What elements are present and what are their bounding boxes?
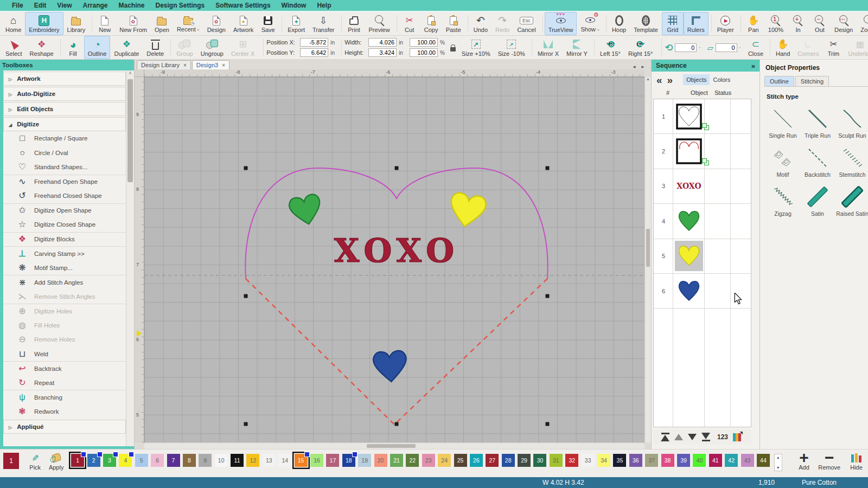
color-swatch-20[interactable]: 21	[390, 454, 403, 467]
pan-button[interactable]: ✋ Pan	[743, 12, 764, 35]
sequence-row-1[interactable]: 1	[654, 99, 751, 134]
color-swatch-41[interactable]: 42	[725, 454, 738, 467]
resequence-numbers-button[interactable]: 123	[717, 433, 728, 441]
stitch-satin-tile[interactable]: Satin	[800, 182, 835, 219]
in-button[interactable]: + In	[787, 12, 809, 35]
color-swatch-5[interactable]: 6	[151, 454, 164, 467]
skew-input[interactable]	[716, 43, 737, 52]
tool-freehand-closed-shape[interactable]: ↺ Freehand Closed Shape	[3, 189, 126, 203]
export-button[interactable]: Export	[284, 12, 309, 35]
xoxo-lettering[interactable]: XOXO	[334, 232, 459, 269]
save-button[interactable]: Save	[257, 12, 279, 35]
ungroup-button[interactable]: Ungroup	[197, 36, 227, 59]
color-swatch-16[interactable]: 17	[326, 454, 339, 467]
object-thumbnail[interactable]	[675, 206, 703, 236]
cut-button[interactable]: ✂ Cut	[399, 12, 420, 35]
width-input[interactable]	[368, 38, 397, 47]
tool-circle-oval[interactable]: ○ Circle / Oval	[3, 146, 126, 160]
tab-design3[interactable]: Design3×	[192, 60, 229, 69]
color-swatch-33[interactable]: 34	[597, 454, 610, 467]
section-applique[interactable]: Appliqué	[3, 420, 126, 434]
color-swatch-35[interactable]: 36	[629, 454, 642, 467]
color-swatch-9[interactable]: 10	[215, 454, 228, 467]
show-button[interactable]: ⚙ Show	[577, 12, 603, 35]
print-button[interactable]: Print	[343, 12, 365, 35]
tool-digitize-open-shape[interactable]: ✩ Digitize Open Shape	[3, 203, 126, 218]
color-swatch-26[interactable]: 27	[486, 454, 499, 467]
fill-button[interactable]: ◕ Fill	[62, 36, 84, 59]
preview-button[interactable]: Preview	[365, 12, 394, 35]
previous-color-icon[interactable]: «	[655, 75, 664, 85]
tool-backtrack[interactable]: ↩ Backtrack	[3, 361, 126, 376]
mirror-x-button[interactable]: Mirror X	[534, 36, 563, 59]
menu-view[interactable]: View	[52, 1, 77, 10]
stitch-motif-tile[interactable]: Motif	[765, 143, 800, 180]
scale-y-input[interactable]	[410, 48, 438, 57]
sequence-row-xoxo[interactable]: 3 XOXO	[654, 169, 751, 204]
next-color-icon[interactable]: »	[666, 75, 675, 85]
open-button[interactable]: Open	[151, 12, 173, 35]
menu-edit[interactable]: Edit	[29, 1, 52, 10]
sequence-row-5[interactable]: 5	[654, 239, 751, 274]
size-10-button[interactable]: ↗ Size -10%	[494, 36, 529, 59]
object-thumbnail[interactable]: XOXO	[675, 171, 703, 201]
color-swatch-30[interactable]: 31	[550, 454, 563, 467]
tab-stitching[interactable]: Stitching	[795, 76, 829, 86]
close-button[interactable]: ⊂ Close	[744, 36, 767, 59]
color-swatch-25[interactable]: 26	[470, 454, 483, 467]
color-swatch-31[interactable]: 32	[565, 454, 578, 467]
color-swatch-43[interactable]: 44	[757, 454, 770, 467]
position-x-input[interactable]	[300, 38, 328, 47]
color-swatch-18[interactable]: 19	[358, 454, 371, 467]
color-swatch-4[interactable]: 5	[135, 454, 148, 467]
tool-repeat[interactable]: ↻ Repeat	[3, 376, 126, 390]
stitch-triple-run-tile[interactable]: Triple Run	[800, 104, 835, 141]
collapse-panel-icon[interactable]: »	[751, 62, 755, 70]
paste-button[interactable]: Paste	[442, 12, 465, 35]
color-swatch-3[interactable]: 4	[119, 454, 132, 467]
select-button[interactable]: Select	[2, 36, 26, 59]
color-swatch-42[interactable]: 43	[741, 454, 754, 467]
new-button[interactable]: New	[94, 12, 116, 35]
hand-button[interactable]: ✋ Hand	[772, 36, 794, 59]
scrollbar-thumb[interactable]	[367, 444, 416, 448]
duplicate-button[interactable]: ❖ Duplicate	[110, 36, 143, 59]
delete-button[interactable]: Delete	[143, 36, 168, 59]
stitch-single-run-tile[interactable]: Single Run	[765, 104, 800, 141]
home-button[interactable]: ⌂ Home	[2, 12, 25, 35]
tool-digitize-closed-shape[interactable]: ☆ Digitize Closed Shape	[3, 217, 126, 232]
toolbox-scrollbar[interactable]: ∧	[126, 70, 134, 446]
tool-freehand-open-shape[interactable]: ∿ Freehand Open Shape	[3, 175, 126, 189]
color-swatch-10[interactable]: 11	[231, 454, 244, 467]
move-up-button[interactable]	[674, 434, 683, 440]
move-to-start-button[interactable]	[661, 433, 669, 441]
tab-objects[interactable]: Objects	[683, 74, 710, 85]
position-y-input[interactable]	[300, 48, 328, 57]
section-digitize[interactable]: Digitize	[3, 117, 126, 131]
pick-color-button[interactable]: ✎ Pick	[24, 452, 46, 471]
section-auto-digitize[interactable]: Auto-Digitize	[3, 87, 126, 101]
status-cell[interactable]	[705, 169, 731, 203]
rulers-button[interactable]: Rulers	[684, 12, 709, 35]
menu-arrange[interactable]: Arrange	[77, 1, 113, 10]
menu-file[interactable]: File	[7, 1, 29, 10]
status-cell[interactable]	[705, 274, 731, 308]
trueview-button[interactable]: vvv TrueView	[545, 12, 577, 35]
menu-help[interactable]: Help	[311, 1, 336, 10]
color-swatch-12[interactable]: 13	[263, 454, 276, 467]
green-heart[interactable]	[288, 193, 324, 227]
menu-machine[interactable]: Machine	[113, 1, 150, 10]
design-canvas[interactable]: XOXO	[144, 77, 644, 442]
color-swatch-15[interactable]: 16	[310, 454, 323, 467]
design-button[interactable]: Design	[203, 12, 229, 35]
tool-standard-shapes[interactable]: ♡ Standard Shapes...	[3, 160, 126, 175]
hide-colors-button[interactable]: Hide	[845, 452, 868, 471]
grid-button[interactable]: Grid	[662, 12, 684, 35]
tool-motif-stamp[interactable]: ❋ Motif Stamp...	[3, 261, 126, 275]
canvas-vertical-scrollbar[interactable]: ▲	[644, 77, 651, 442]
scrollbar-thumb[interactable]	[646, 229, 650, 267]
object-thumbnail[interactable]	[675, 136, 703, 166]
color-swatch-37[interactable]: 38	[661, 454, 674, 467]
scroll-down-icon[interactable]: ▼	[776, 466, 780, 470]
color-swatch-28[interactable]: 29	[518, 454, 531, 467]
